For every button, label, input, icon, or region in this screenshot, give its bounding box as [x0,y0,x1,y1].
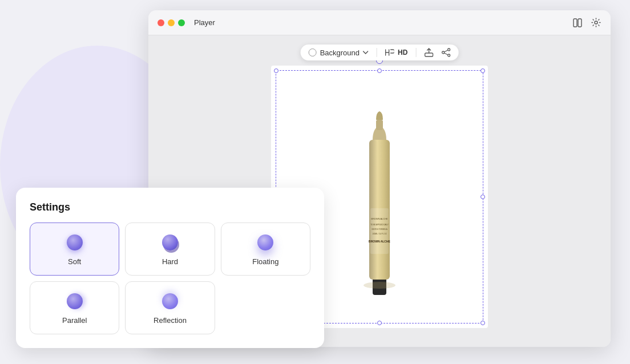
parallel-label: Parallel [62,316,87,325]
product-image-area: BROWN ALCHE TO BE APPLIED DAILY GENTLE F… [305,88,454,317]
svg-text:GENTLE FORMULA: GENTLE FORMULA [371,228,387,230]
reflection-orb-sphere [162,293,178,309]
floating-orb-sphere [257,234,273,250]
hd-label: HD [398,48,407,56]
handle-top-right[interactable] [480,68,485,73]
reflection-orb [160,291,180,312]
title-bar-right [572,17,601,29]
minimize-button[interactable] [168,19,175,26]
svg-rect-0 [574,19,577,27]
svg-point-4 [447,48,450,51]
svg-rect-3 [425,53,433,56]
svg-text:BROWN ALCHE: BROWN ALCHE [371,217,388,220]
parallel-orb [64,291,85,312]
svg-text:100ML / 3.4 FL OZ: 100ML / 3.4 FL OZ [373,233,387,235]
svg-text:TO BE APPLIED DAILY: TO BE APPLIED DAILY [370,224,389,226]
settings-grid-row1: Soft Hard Floating [30,223,310,276]
svg-text:BROWN ALCHE: BROWN ALCHE [369,240,391,243]
title-bar: Player [148,10,611,35]
soft-label: Soft [68,257,81,266]
svg-rect-11 [370,208,389,254]
traffic-lights [158,19,185,26]
background-color-circle [309,48,317,56]
floating-orb [255,232,276,253]
setting-floating[interactable]: Floating [221,223,310,276]
canvas-toolbar: Background HD [301,45,459,60]
hard-orb [160,232,180,253]
close-button[interactable] [158,19,164,26]
share-button[interactable] [441,48,450,57]
handle-middle-right[interactable] [480,195,485,199]
svg-point-5 [442,51,444,54]
setting-soft[interactable]: Soft [30,223,119,276]
setting-parallel[interactable]: Parallel [30,281,119,334]
soft-orb [64,232,85,253]
svg-rect-10 [376,120,383,130]
svg-rect-1 [578,19,581,27]
settings-icon[interactable] [590,17,601,29]
settings-title: Settings [30,201,310,213]
handle-bottom-center[interactable] [377,321,382,325]
svg-point-2 [595,21,597,24]
svg-point-6 [447,54,450,56]
hd-icon [385,49,394,56]
export-icon [424,48,433,57]
split-view-icon[interactable] [572,17,583,29]
setting-reflection[interactable]: Reflection [125,281,215,334]
handle-bottom-right[interactable] [480,321,485,325]
share-icon [441,48,450,57]
background-label: Background [320,48,360,57]
floating-label: Floating [252,257,278,266]
svg-point-17 [364,282,395,289]
settings-grid-row2: Parallel Reflection [30,281,310,334]
background-selector[interactable]: Background [309,48,369,57]
parallel-orb-sphere [67,293,83,309]
maximize-button[interactable] [178,19,185,26]
chevron-down-icon [363,51,369,54]
hard-orb-sphere [162,234,178,250]
window-title: Player [194,18,215,27]
export-button[interactable] [424,48,433,57]
toolbar-divider-2 [415,48,416,57]
title-bar-left: Player [158,18,215,27]
toolbar-divider-1 [377,48,377,57]
product-image: BROWN ALCHE TO BE APPLIED DAILY GENTLE F… [345,106,414,300]
hd-toggle[interactable]: HD [385,48,407,56]
handle-top-left[interactable] [274,68,278,73]
reflection-label: Reflection [154,316,187,325]
setting-hard[interactable]: Hard [125,223,215,276]
soft-orb-sphere [67,234,83,250]
settings-panel: Settings Soft Hard Floating [16,188,324,348]
hard-label: Hard [162,257,178,266]
handle-top-center[interactable] [377,68,382,73]
